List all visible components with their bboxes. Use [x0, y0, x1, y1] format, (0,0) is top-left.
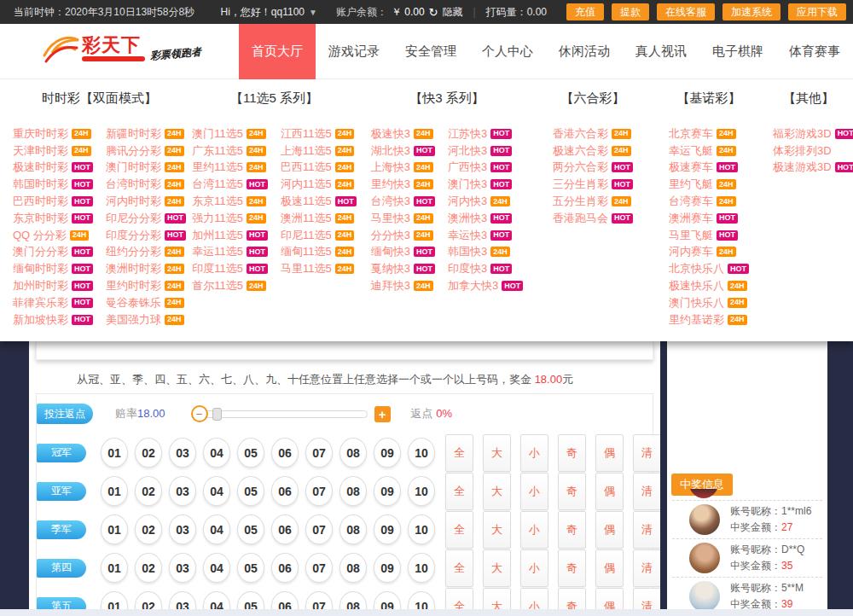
action-small-button[interactable]: 小: [520, 511, 548, 549]
menu-item[interactable]: 新疆时时彩24H: [106, 125, 186, 142]
number-ball[interactable]: 06: [271, 476, 299, 506]
number-ball[interactable]: 07: [305, 438, 333, 468]
menu-item[interactable]: 香港六合彩24H: [553, 125, 633, 142]
number-ball[interactable]: 02: [135, 591, 162, 609]
menu-item[interactable]: 台湾11选5HOT: [192, 176, 268, 193]
number-ball[interactable]: 03: [169, 476, 196, 506]
refresh-balance-icon[interactable]: ↻: [429, 6, 438, 19]
menu-item[interactable]: 极速赛车HOT: [669, 160, 749, 177]
number-ball[interactable]: 01: [101, 591, 128, 609]
action-odd-button[interactable]: 奇: [558, 588, 586, 610]
menu-item[interactable]: 三分生肖彩HOT: [553, 176, 633, 193]
number-ball[interactable]: 03: [169, 514, 196, 544]
number-ball[interactable]: 04: [203, 591, 230, 609]
menu-item[interactable]: 强力11选524H: [192, 210, 268, 227]
action-small-button[interactable]: 小: [520, 588, 548, 610]
odds-increase-button[interactable]: +: [374, 406, 391, 422]
menu-item[interactable]: 韩国时时彩HOT: [13, 176, 93, 193]
menu-item[interactable]: 体彩排列3D: [773, 142, 853, 160]
menu-item[interactable]: 澳洲时时彩24H: [106, 260, 186, 277]
number-ball[interactable]: 02: [135, 476, 162, 506]
tab-sports[interactable]: 体育赛事: [776, 24, 853, 79]
number-ball[interactable]: 02: [135, 553, 162, 583]
menu-item[interactable]: 东京时时彩HOT: [13, 210, 93, 227]
number-ball[interactable]: 08: [339, 438, 367, 468]
number-ball[interactable]: 06: [271, 553, 299, 583]
action-even-button[interactable]: 偶: [595, 434, 624, 472]
menu-item[interactable]: 印度11选5HOT: [192, 260, 268, 277]
menu-item[interactable]: 加州时时彩HOT: [13, 277, 93, 294]
menu-item[interactable]: 湖北快3HOT: [371, 142, 435, 160]
menu-item[interactable]: 澳门时时彩24H: [106, 160, 186, 177]
number-ball[interactable]: 05: [237, 591, 264, 609]
menu-item[interactable]: 澳门快3HOT: [448, 176, 523, 193]
menu-item[interactable]: 江西11选524H: [281, 125, 357, 142]
action-clear-button[interactable]: 清: [633, 549, 660, 587]
number-ball[interactable]: 04: [203, 514, 230, 544]
menu-item[interactable]: 极速快324H: [371, 125, 435, 142]
number-ball[interactable]: 03: [169, 438, 196, 468]
number-ball[interactable]: 10: [408, 553, 435, 583]
number-ball[interactable]: 07: [305, 514, 333, 544]
menu-item[interactable]: 东京11选524H: [192, 193, 268, 210]
number-ball[interactable]: 09: [374, 514, 401, 544]
action-clear-button[interactable]: 清: [633, 473, 660, 510]
menu-item[interactable]: 里约11选524H: [192, 160, 268, 177]
action-big-button[interactable]: 大: [483, 434, 511, 472]
number-ball[interactable]: 01: [101, 514, 128, 544]
menu-item[interactable]: 马里快324H: [371, 210, 435, 227]
action-clear-button[interactable]: 清: [633, 588, 660, 610]
action-small-button[interactable]: 小: [520, 434, 548, 472]
number-ball[interactable]: 04: [203, 476, 230, 506]
menu-item[interactable]: 澳门分分彩HOT: [13, 244, 93, 261]
menu-item[interactable]: 幸运飞艇24H: [669, 142, 749, 160]
number-ball[interactable]: 09: [374, 476, 401, 506]
number-ball[interactable]: 01: [101, 476, 128, 506]
recharge-button[interactable]: 充值: [566, 3, 604, 20]
tab-live-video[interactable]: 真人视讯: [623, 24, 699, 79]
number-ball[interactable]: 10: [408, 476, 435, 506]
menu-item[interactable]: 香港跑马会HOT: [553, 210, 633, 227]
number-ball[interactable]: 01: [101, 438, 128, 468]
menu-item[interactable]: 韩国快324H: [448, 244, 523, 261]
action-all-button[interactable]: 全: [445, 549, 473, 587]
number-ball[interactable]: 05: [237, 514, 264, 544]
menu-item[interactable]: 里约飞艇24H: [669, 176, 749, 193]
customer-service-button[interactable]: 在线客服: [657, 3, 715, 20]
menu-item[interactable]: 极速六合彩24H: [553, 142, 633, 160]
number-ball[interactable]: 09: [374, 438, 401, 468]
number-ball[interactable]: 05: [237, 476, 264, 506]
menu-item[interactable]: 台湾赛车24H: [669, 193, 749, 210]
number-ball[interactable]: 05: [237, 438, 264, 468]
menu-item[interactable]: 缅甸11选524H: [281, 244, 357, 261]
action-big-button[interactable]: 大: [483, 473, 511, 510]
tab-personal-center[interactable]: 个人中心: [469, 24, 546, 79]
menu-item[interactable]: 腾讯分分彩24H: [106, 142, 186, 160]
menu-item[interactable]: 上海快324H: [371, 160, 435, 177]
withdraw-button[interactable]: 提款: [612, 3, 649, 20]
action-clear-button[interactable]: 清: [633, 434, 660, 472]
menu-item[interactable]: 五分生肖彩24H: [553, 193, 633, 210]
tab-game-records[interactable]: 游戏记录: [316, 24, 392, 79]
menu-item[interactable]: 巴西11选524H: [281, 160, 357, 177]
menu-item[interactable]: 缅甸快3HOT: [371, 244, 435, 261]
menu-item[interactable]: 台湾时时彩24H: [106, 176, 186, 193]
menu-item[interactable]: 澳门11选524H: [192, 125, 268, 142]
number-ball[interactable]: 07: [305, 476, 333, 506]
action-even-button[interactable]: 偶: [595, 473, 624, 510]
number-ball[interactable]: 07: [305, 591, 333, 609]
number-ball[interactable]: 02: [135, 514, 162, 544]
menu-item[interactable]: 里约快324H: [371, 176, 435, 193]
menu-item[interactable]: 极速快乐八24H: [669, 277, 749, 294]
number-ball[interactable]: 04: [203, 553, 230, 583]
accelerator-button[interactable]: 加速系统: [722, 3, 780, 20]
number-ball[interactable]: 02: [135, 438, 162, 468]
menu-item[interactable]: 澳洲赛车HOT: [669, 210, 749, 227]
menu-item[interactable]: 迪拜快324H: [371, 277, 435, 294]
action-all-button[interactable]: 全: [445, 511, 473, 549]
menu-item[interactable]: 澳门快乐八24H: [669, 294, 749, 311]
number-ball[interactable]: 03: [169, 591, 196, 609]
menu-item[interactable]: 北京赛车24H: [669, 125, 749, 142]
action-small-button[interactable]: 小: [520, 549, 548, 587]
menu-item[interactable]: 加州11选5HOT: [192, 227, 268, 244]
